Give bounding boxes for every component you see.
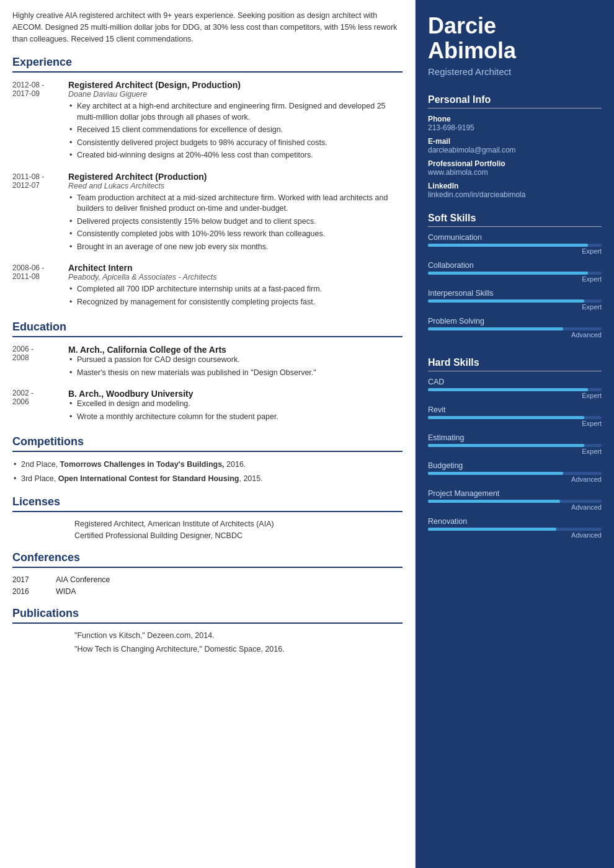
linkedin-value: linkedin.com/in/darcieabimola	[428, 190, 602, 199]
soft-skill-item: Interpersonal Skills Expert	[428, 289, 602, 311]
skill-bar-fill	[428, 528, 556, 531]
publication-item: "How Tech is Changing Architecture," Dom…	[12, 645, 403, 653]
exp-title: Registered Architect (Design, Production…	[68, 80, 403, 90]
skill-bar-bg	[428, 388, 602, 391]
skill-bar-bg	[428, 327, 602, 330]
conferences-section-title: Conferences	[12, 551, 403, 568]
exp-bullet: Team production architect at a mid-sized…	[68, 193, 403, 215]
publications-container: "Function vs Kitsch," Dezeen.com, 2014."…	[12, 631, 403, 653]
publications-section-title: Publications	[12, 607, 403, 624]
skill-bar-bg	[428, 244, 602, 247]
hard-skill-item: Project Management Advanced	[428, 489, 602, 511]
skill-bar-bg	[428, 272, 602, 275]
licenses-container: Registered Architect, American Institute…	[12, 520, 403, 540]
competitions-list: 2nd Place, Tomorrows Challenges in Today…	[12, 459, 403, 484]
license-item: Registered Architect, American Institute…	[12, 520, 403, 528]
exp-company: Peabody, Apicella & Associates - Archite…	[68, 273, 403, 281]
hard-skills-container: CAD Expert Revit Expert Estimating Exper…	[428, 378, 602, 539]
edu-dates: 2002 - 2006	[12, 389, 68, 424]
exp-bullet: Consistently delivered project budgets t…	[68, 138, 403, 149]
skill-bar-fill	[428, 244, 588, 247]
skill-name: Problem Solving	[428, 317, 602, 326]
experience-entry: 2011-08 - 2012-07Registered Architect (P…	[12, 172, 403, 255]
skill-bar-bg	[428, 416, 602, 419]
linkedin-label: LinkedIn	[428, 182, 602, 190]
skill-level: Expert	[428, 247, 602, 255]
skill-level: Expert	[428, 420, 602, 427]
skill-bar-bg	[428, 528, 602, 531]
exp-dates: 2008-06 - 2011-08	[12, 263, 68, 309]
conference-row: 2016WIDA	[12, 587, 403, 596]
exp-company: Reed and Lukacs Architects	[68, 182, 403, 190]
publication-item: "Function vs Kitsch," Dezeen.com, 2014.	[12, 631, 403, 640]
skill-bar-fill	[428, 272, 588, 275]
exp-bullet: Delivered projects consistently 15% belo…	[68, 216, 403, 228]
phone-value: 213-698-9195	[428, 123, 602, 132]
edu-content: B. Arch., Woodbury UniversityExcelled in…	[68, 389, 403, 424]
conferences-container: 2017AIA Conference2016WIDA	[12, 575, 403, 596]
edu-bullet: Master's thesis on new materials was pub…	[68, 368, 403, 379]
hard-skills-section: Hard Skills CAD Expert Revit Expert Esti…	[416, 350, 614, 550]
edu-bullet: Excelled in design and modeling.	[68, 399, 403, 410]
skill-name: Estimating	[428, 433, 602, 442]
skill-name: Project Management	[428, 489, 602, 498]
edu-bullets: Excelled in design and modeling.Wrote a …	[68, 399, 403, 422]
experience-entry: 2008-06 - 2011-08Architect InternPeabody…	[12, 263, 403, 309]
skill-name: Revit	[428, 405, 602, 414]
skill-level: Expert	[428, 448, 602, 455]
skill-bar-fill	[428, 416, 584, 419]
skill-bar-bg	[428, 444, 602, 447]
skill-bar-bg	[428, 500, 602, 503]
hard-skill-item: CAD Expert	[428, 378, 602, 399]
email-value: darcieabimola@gmail.com	[428, 146, 602, 154]
exp-bullet: Brought in an average of one new job eve…	[68, 242, 403, 253]
experience-container: 2012-08 - 2017-09Registered Architect (D…	[12, 80, 403, 309]
left-panel: Highly creative AIA registered architect…	[0, 0, 416, 868]
experience-entry: 2012-08 - 2017-09Registered Architect (D…	[12, 80, 403, 163]
skill-bar-fill	[428, 388, 588, 391]
personal-info-section: Personal Info Phone 213-698-9195 E-mail …	[416, 87, 614, 205]
education-entry: 2006 - 2008M. Arch., California College …	[12, 345, 403, 380]
skill-bar-bg	[428, 299, 602, 303]
education-container: 2006 - 2008M. Arch., California College …	[12, 345, 403, 424]
hard-skill-item: Renovation Advanced	[428, 517, 602, 539]
exp-bullet: Consistently completed jobs with 10%-20%…	[68, 229, 403, 240]
skill-name: Communication	[428, 233, 602, 242]
exp-dates: 2012-08 - 2017-09	[12, 80, 68, 163]
edu-bullet: Pursued a passion for CAD design coursew…	[68, 355, 403, 366]
soft-skills-container: Communication Expert Collaboration Exper…	[428, 233, 602, 339]
skill-bar-bg	[428, 472, 602, 475]
phone-label: Phone	[428, 115, 602, 123]
soft-skills-section: Soft Skills Communication Expert Collabo…	[416, 205, 614, 350]
edu-dates: 2006 - 2008	[12, 345, 68, 380]
exp-title: Registered Architect (Production)	[68, 172, 403, 182]
exp-bullet: Key architect at a high-end architecture…	[68, 101, 403, 123]
exp-company: Doane Daviau Giguere	[68, 90, 403, 99]
competition-item: 3rd Place, Open International Contest fo…	[12, 474, 403, 485]
portfolio-value: www.abimola.com	[428, 168, 602, 177]
skill-level: Advanced	[428, 331, 602, 339]
candidate-subtitle: Registered Architect	[428, 66, 602, 77]
exp-content: Registered Architect (Production)Reed an…	[68, 172, 403, 255]
licenses-section-title: Licenses	[12, 495, 403, 512]
exp-dates: 2011-08 - 2012-07	[12, 172, 68, 255]
hard-skill-item: Revit Expert	[428, 405, 602, 427]
edu-title: M. Arch., California College of the Arts	[68, 345, 403, 355]
conf-name: WIDA	[56, 587, 76, 596]
soft-skill-item: Collaboration Expert	[428, 261, 602, 283]
email-label: E-mail	[428, 137, 602, 146]
skill-bar-fill	[428, 299, 584, 303]
skill-name: Interpersonal Skills	[428, 289, 602, 298]
conference-row: 2017AIA Conference	[12, 575, 403, 584]
hard-skill-item: Budgeting Advanced	[428, 461, 602, 483]
exp-bullets: Completed all 700 IDP architecture inter…	[68, 284, 403, 308]
hard-skills-title: Hard Skills	[428, 357, 602, 371]
skill-level: Expert	[428, 392, 602, 399]
right-panel: Darcie Abimola Registered Architect Pers…	[416, 0, 614, 868]
experience-section-title: Experience	[12, 56, 403, 73]
exp-bullet: Completed all 700 IDP architecture inter…	[68, 284, 403, 295]
exp-bullets: Key architect at a high-end architecture…	[68, 101, 403, 161]
skill-name: Budgeting	[428, 461, 602, 470]
exp-bullet: Created bid-winning designs at 20%-40% l…	[68, 150, 403, 161]
skill-level: Expert	[428, 275, 602, 283]
